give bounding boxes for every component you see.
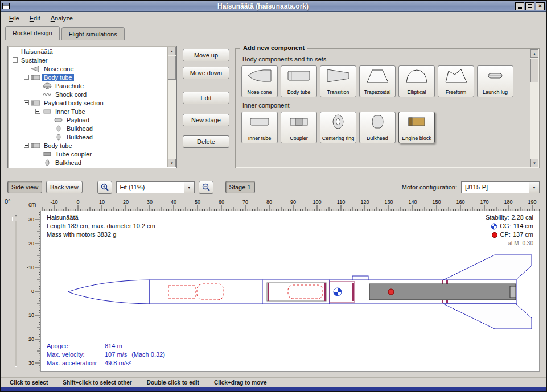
engineblock-icon	[404, 113, 429, 131]
add-launch-lug-button[interactable]: Launch lug	[477, 65, 513, 97]
motor-config-select[interactable]: [J115-P] ▼	[461, 181, 540, 193]
add-centering-ring-button[interactable]: Centering ring	[320, 112, 356, 143]
shockcord-icon	[42, 91, 52, 98]
freeform-icon	[443, 67, 468, 85]
menu-analyze[interactable]: Analyze	[46, 13, 78, 23]
add-coupler-button[interactable]: Coupler	[281, 112, 317, 143]
motor-nozzle-shape	[510, 286, 516, 298]
svg-text:150: 150	[432, 199, 441, 205]
cg-label: CG:	[500, 222, 511, 230]
zoom-out-button[interactable]	[199, 181, 213, 194]
new-stage-button[interactable]: New stage	[183, 114, 229, 126]
tree-item-bulkhead[interactable]: Bulkhead	[9, 124, 166, 133]
stability-readout: Stability: 2.28 cal CG: 114 cm CP: 137 c…	[486, 213, 533, 247]
scrollbar-thumb[interactable]	[530, 59, 538, 82]
add-elliptical-button[interactable]: Elliptical	[398, 65, 435, 97]
bodytube-icon	[31, 74, 41, 81]
rotation-slider[interactable]	[15, 215, 17, 367]
tree-item-body-tube[interactable]: Body tube	[9, 141, 166, 150]
palette-scrollbar[interactable]: ▲ ▼	[530, 49, 538, 167]
collapse-icon[interactable]	[24, 100, 29, 105]
chevron-down-icon[interactable]: ▼	[529, 182, 539, 193]
add-bulkhead-button[interactable]: Bulkhead	[359, 112, 396, 143]
add-nose-cone-button[interactable]: Nose cone	[241, 65, 278, 97]
tree-item-payload[interactable]: Payload	[9, 115, 166, 124]
move-up-button[interactable]: Move up	[183, 49, 229, 61]
svg-text:170: 170	[480, 199, 488, 205]
maximize-icon	[528, 4, 532, 8]
scroll-down-icon[interactable]: ▼	[168, 159, 176, 167]
menu-bar: FileEditAnalyze	[1, 12, 546, 24]
collapse-icon[interactable]	[24, 143, 29, 148]
svg-text:50: 50	[195, 199, 200, 205]
tree-item-payload-body-section[interactable]: Payload body section	[9, 98, 166, 107]
svg-text:160: 160	[456, 199, 464, 205]
tree-item-shock-cord[interactable]: Shock cord	[9, 90, 166, 98]
tree-item-body-tube[interactable]: Body tube	[9, 73, 166, 81]
nosecone-icon	[247, 67, 272, 85]
tab-rocket-design[interactable]: Rocket design	[5, 26, 60, 40]
menu-file[interactable]: File	[4, 13, 24, 23]
tree-item-tube-coupler[interactable]: Tube coupler	[9, 150, 166, 158]
zoom-select[interactable]: Fit (11%) ▼	[116, 181, 195, 193]
zoom-in-button[interactable]	[97, 181, 112, 194]
app-icon	[2, 3, 11, 9]
svg-text:110: 110	[337, 199, 345, 205]
close-button[interactable]: ×	[536, 2, 545, 10]
status-hint: Click to select	[10, 379, 48, 386]
collapse-icon[interactable]	[24, 75, 29, 80]
window-title: Haisunäätä (haisunaata.ork)	[11, 2, 515, 10]
tree-item-bulkhead[interactable]: Bulkhead	[9, 133, 166, 141]
add-transition-button[interactable]: Transition	[320, 65, 356, 97]
minimize-button[interactable]	[515, 2, 524, 10]
nose-cone-shape	[68, 280, 150, 304]
edit-button[interactable]: Edit	[183, 92, 229, 104]
flight-stats: Apogee:814 mMax. velocity:107 m/s(Mach 0…	[47, 342, 165, 368]
collapse-icon[interactable]	[35, 109, 40, 114]
maximize-button[interactable]	[525, 2, 534, 10]
tab-flight-simulations[interactable]: Flight simulations	[61, 27, 125, 40]
scroll-down-icon[interactable]: ▼	[530, 159, 538, 167]
zoom-out-icon	[201, 183, 211, 192]
add-freeform-button[interactable]: Freeform	[438, 65, 474, 97]
svg-text:20: 20	[123, 199, 129, 205]
innertube-icon	[42, 108, 52, 115]
design-canvas[interactable]: Haisunäätä Length 189 cm, max. diameter …	[40, 211, 540, 372]
bulkhead-shape	[324, 283, 326, 301]
nosecone-icon	[31, 65, 41, 72]
svg-text:20: 20	[28, 336, 34, 342]
tree-item-label: Bulkhead	[54, 159, 83, 166]
tree-item-sustainer[interactable]: Sustainer	[9, 56, 166, 64]
cp-label: CP:	[500, 230, 511, 239]
tree-item-haisunäätä[interactable]: Haisunäätä	[9, 47, 166, 56]
side-view-button[interactable]: Side view	[7, 181, 42, 193]
collapse-icon[interactable]	[13, 57, 18, 63]
tree-item-inner-tube[interactable]: Inner Tube	[9, 107, 166, 115]
stage-1-toggle[interactable]: Stage 1	[225, 181, 255, 193]
svg-text:90: 90	[290, 199, 296, 205]
motor-config-value: [J115-P]	[462, 184, 529, 191]
scroll-up-icon[interactable]: ▲	[168, 47, 176, 55]
add-engine-block-button[interactable]: Engine block	[398, 112, 435, 143]
back-view-button[interactable]: Back view	[46, 181, 83, 193]
palette-group-label: Inner component	[242, 102, 528, 109]
scroll-up-icon[interactable]: ▲	[530, 49, 538, 58]
tree-item-label: Parachute	[54, 82, 85, 89]
view-toolbar: Side view Back view Fit (11%) ▼ Stage 1 …	[1, 178, 546, 197]
svg-text:-30: -30	[27, 217, 34, 222]
tree-item-parachute[interactable]: Parachute	[9, 81, 166, 90]
bodytube-icon	[31, 142, 41, 149]
menu-edit[interactable]: Edit	[24, 13, 46, 23]
add-body-tube-button[interactable]: Body tube	[281, 65, 317, 97]
add-trapezoidal-button[interactable]: Trapezoidal	[359, 65, 396, 97]
delete-button[interactable]: Delete	[183, 135, 229, 148]
add-inner-tube-button[interactable]: Inner tube	[241, 112, 278, 143]
move-down-button[interactable]: Move down	[183, 67, 229, 79]
tree-scrollbar[interactable]: ▲ ▼	[167, 47, 176, 167]
tree-item-nose-cone[interactable]: Nose cone	[9, 64, 166, 73]
tab-row: Rocket designFlight simulations	[1, 24, 546, 40]
scrollbar-thumb[interactable]	[168, 56, 176, 80]
tree-item-bulkhead[interactable]: Bulkhead	[9, 158, 166, 167]
slider-handle[interactable]	[12, 217, 20, 221]
chevron-down-icon[interactable]: ▼	[184, 182, 194, 193]
